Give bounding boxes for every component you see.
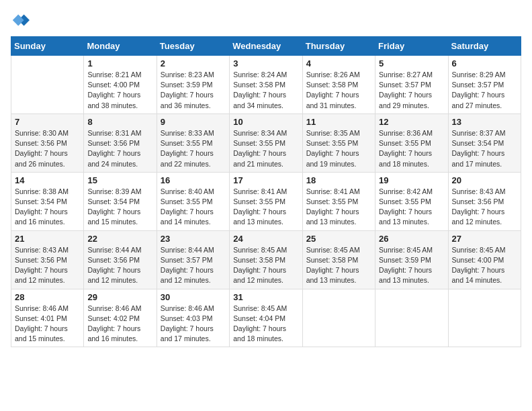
weekday-header: Thursday (302, 37, 375, 56)
cell-content: Sunrise: 8:41 AM Sunset: 3:55 PM Dayligh… (233, 187, 298, 228)
calendar-cell: 12Sunrise: 8:36 AM Sunset: 3:55 PM Dayli… (375, 113, 448, 172)
calendar-week-row: 21Sunrise: 8:43 AM Sunset: 3:56 PM Dayli… (11, 230, 521, 289)
cell-content: Sunrise: 8:40 AM Sunset: 3:55 PM Dayligh… (161, 187, 226, 228)
calendar-cell: 26Sunrise: 8:45 AM Sunset: 3:59 PM Dayli… (375, 230, 448, 289)
cell-content: Sunrise: 8:45 AM Sunset: 3:59 PM Dayligh… (379, 245, 444, 286)
calendar-cell: 23Sunrise: 8:44 AM Sunset: 3:57 PM Dayli… (157, 230, 229, 289)
calendar-cell (375, 289, 448, 347)
day-number: 25 (306, 234, 371, 244)
cell-content: Sunrise: 8:44 AM Sunset: 3:57 PM Dayligh… (161, 245, 226, 286)
day-number: 6 (452, 58, 517, 68)
calendar-cell: 15Sunrise: 8:39 AM Sunset: 3:54 PM Dayli… (84, 172, 157, 230)
calendar-cell: 11Sunrise: 8:35 AM Sunset: 3:55 PM Dayli… (302, 113, 375, 172)
cell-content: Sunrise: 8:45 AM Sunset: 4:04 PM Dayligh… (233, 304, 298, 345)
weekday-header: Friday (375, 37, 448, 56)
cell-content: Sunrise: 8:26 AM Sunset: 3:58 PM Dayligh… (306, 70, 371, 111)
cell-content: Sunrise: 8:33 AM Sunset: 3:55 PM Dayligh… (161, 128, 226, 169)
calendar-cell: 5Sunrise: 8:27 AM Sunset: 3:57 PM Daylig… (375, 56, 448, 114)
calendar-cell: 7Sunrise: 8:30 AM Sunset: 3:56 PM Daylig… (11, 113, 84, 172)
calendar-week-row: 28Sunrise: 8:46 AM Sunset: 4:01 PM Dayli… (11, 289, 521, 347)
cell-content: Sunrise: 8:44 AM Sunset: 3:56 PM Dayligh… (87, 245, 152, 286)
day-number: 20 (452, 175, 517, 185)
day-number: 29 (87, 292, 152, 302)
day-number: 17 (233, 175, 298, 185)
cell-content: Sunrise: 8:30 AM Sunset: 3:56 PM Dayligh… (15, 128, 80, 169)
day-number: 8 (87, 117, 152, 127)
day-number: 1 (87, 58, 152, 68)
day-number: 3 (233, 58, 298, 68)
cell-content: Sunrise: 8:46 AM Sunset: 4:03 PM Dayligh… (161, 304, 226, 345)
calendar-week-row: 1Sunrise: 8:21 AM Sunset: 4:00 PM Daylig… (11, 56, 521, 114)
day-number: 30 (161, 292, 226, 302)
cell-content: Sunrise: 8:43 AM Sunset: 3:56 PM Dayligh… (15, 245, 80, 286)
weekday-header: Saturday (448, 37, 521, 56)
weekday-header: Monday (84, 37, 157, 56)
cell-content: Sunrise: 8:29 AM Sunset: 3:57 PM Dayligh… (452, 70, 517, 111)
day-number: 16 (161, 175, 226, 185)
calendar-cell: 19Sunrise: 8:42 AM Sunset: 3:55 PM Dayli… (375, 172, 448, 230)
calendar-cell: 28Sunrise: 8:46 AM Sunset: 4:01 PM Dayli… (11, 289, 84, 347)
day-number: 2 (161, 58, 226, 68)
cell-content: Sunrise: 8:43 AM Sunset: 3:56 PM Dayligh… (452, 187, 517, 228)
day-number: 12 (379, 117, 444, 127)
day-number: 15 (87, 175, 152, 185)
calendar-cell: 20Sunrise: 8:43 AM Sunset: 3:56 PM Dayli… (448, 172, 521, 230)
day-number: 28 (15, 292, 80, 302)
cell-content: Sunrise: 8:45 AM Sunset: 3:58 PM Dayligh… (233, 245, 298, 286)
cell-content: Sunrise: 8:35 AM Sunset: 3:55 PM Dayligh… (306, 128, 371, 169)
calendar-cell: 29Sunrise: 8:46 AM Sunset: 4:02 PM Dayli… (84, 289, 157, 347)
cell-content: Sunrise: 8:45 AM Sunset: 3:58 PM Dayligh… (306, 245, 371, 286)
calendar-cell (448, 289, 521, 347)
logo-icon (11, 11, 30, 30)
cell-content: Sunrise: 8:34 AM Sunset: 3:55 PM Dayligh… (233, 128, 298, 169)
cell-content: Sunrise: 8:24 AM Sunset: 3:58 PM Dayligh… (233, 70, 298, 111)
calendar-table: SundayMondayTuesdayWednesdayThursdayFrid… (11, 36, 521, 347)
calendar-cell: 1Sunrise: 8:21 AM Sunset: 4:00 PM Daylig… (84, 56, 157, 114)
calendar-cell: 27Sunrise: 8:45 AM Sunset: 4:00 PM Dayli… (448, 230, 521, 289)
day-number: 23 (161, 234, 226, 244)
calendar-cell: 24Sunrise: 8:45 AM Sunset: 3:58 PM Dayli… (230, 230, 302, 289)
calendar-cell: 6Sunrise: 8:29 AM Sunset: 3:57 PM Daylig… (448, 56, 521, 114)
calendar-cell: 22Sunrise: 8:44 AM Sunset: 3:56 PM Dayli… (84, 230, 157, 289)
calendar-cell (302, 289, 375, 347)
day-number: 22 (87, 234, 152, 244)
calendar-cell: 31Sunrise: 8:45 AM Sunset: 4:04 PM Dayli… (230, 289, 302, 347)
day-number: 5 (379, 58, 444, 68)
day-number: 11 (306, 117, 371, 127)
day-number: 7 (15, 117, 80, 127)
calendar-week-row: 14Sunrise: 8:38 AM Sunset: 3:54 PM Dayli… (11, 172, 521, 230)
calendar-cell: 4Sunrise: 8:26 AM Sunset: 3:58 PM Daylig… (302, 56, 375, 114)
day-number: 21 (15, 234, 80, 244)
cell-content: Sunrise: 8:38 AM Sunset: 3:54 PM Dayligh… (15, 187, 80, 228)
calendar-cell: 21Sunrise: 8:43 AM Sunset: 3:56 PM Dayli… (11, 230, 84, 289)
calendar-cell: 2Sunrise: 8:23 AM Sunset: 3:59 PM Daylig… (157, 56, 229, 114)
calendar-cell: 10Sunrise: 8:34 AM Sunset: 3:55 PM Dayli… (230, 113, 302, 172)
cell-content: Sunrise: 8:36 AM Sunset: 3:55 PM Dayligh… (379, 128, 444, 169)
cell-content: Sunrise: 8:37 AM Sunset: 3:54 PM Dayligh… (452, 128, 517, 169)
weekday-header: Wednesday (230, 37, 302, 56)
page-header (11, 11, 521, 30)
svg-marker-1 (13, 15, 24, 26)
cell-content: Sunrise: 8:42 AM Sunset: 3:55 PM Dayligh… (379, 187, 444, 228)
calendar-cell: 8Sunrise: 8:31 AM Sunset: 3:56 PM Daylig… (84, 113, 157, 172)
day-number: 13 (452, 117, 517, 127)
cell-content: Sunrise: 8:23 AM Sunset: 3:59 PM Dayligh… (161, 70, 226, 111)
calendar-cell: 14Sunrise: 8:38 AM Sunset: 3:54 PM Dayli… (11, 172, 84, 230)
day-number: 14 (15, 175, 80, 185)
cell-content: Sunrise: 8:31 AM Sunset: 3:56 PM Dayligh… (87, 128, 152, 169)
day-number: 27 (452, 234, 517, 244)
cell-content: Sunrise: 8:21 AM Sunset: 4:00 PM Dayligh… (87, 70, 152, 111)
calendar-cell: 30Sunrise: 8:46 AM Sunset: 4:03 PM Dayli… (157, 289, 229, 347)
calendar-cell: 16Sunrise: 8:40 AM Sunset: 3:55 PM Dayli… (157, 172, 229, 230)
cell-content: Sunrise: 8:41 AM Sunset: 3:55 PM Dayligh… (306, 187, 371, 228)
calendar-cell: 25Sunrise: 8:45 AM Sunset: 3:58 PM Dayli… (302, 230, 375, 289)
day-number: 18 (306, 175, 371, 185)
calendar-cell: 9Sunrise: 8:33 AM Sunset: 3:55 PM Daylig… (157, 113, 229, 172)
calendar-cell: 13Sunrise: 8:37 AM Sunset: 3:54 PM Dayli… (448, 113, 521, 172)
cell-content: Sunrise: 8:46 AM Sunset: 4:02 PM Dayligh… (87, 304, 152, 345)
logo (11, 11, 31, 30)
cell-content: Sunrise: 8:27 AM Sunset: 3:57 PM Dayligh… (379, 70, 444, 111)
cell-content: Sunrise: 8:46 AM Sunset: 4:01 PM Dayligh… (15, 304, 80, 345)
day-number: 4 (306, 58, 371, 68)
day-number: 10 (233, 117, 298, 127)
